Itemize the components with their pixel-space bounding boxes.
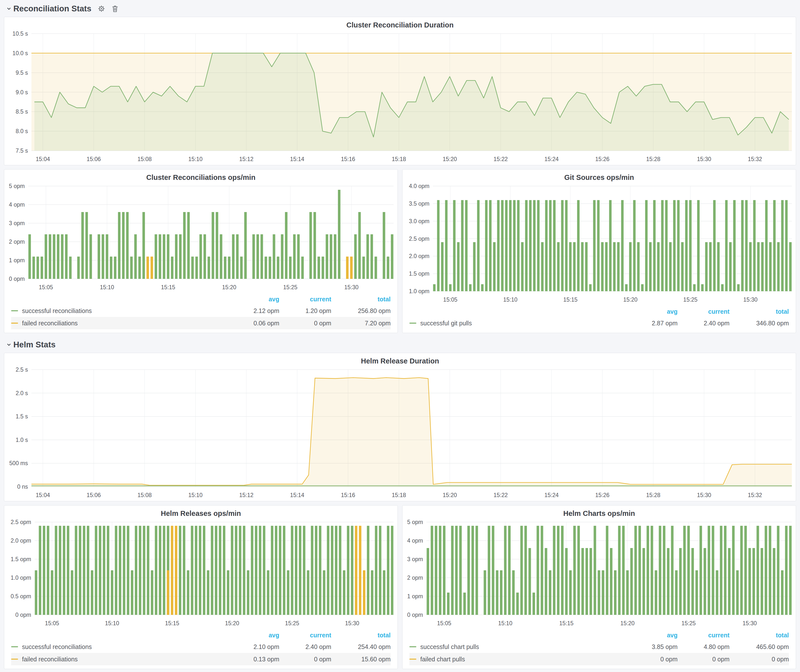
panel-title[interactable]: Helm Release Duration: [4, 353, 796, 366]
svg-text:15:26: 15:26: [595, 492, 610, 498]
svg-text:15:04: 15:04: [36, 492, 50, 498]
chart-helm-release-duration[interactable]: 15:0415:0615:0815:1015:1215:1415:1615:18…: [4, 366, 796, 501]
section-title: Reconciliation Stats: [13, 4, 91, 13]
legend-value-current: 0 opm: [279, 320, 331, 327]
trash-icon[interactable]: [112, 5, 118, 12]
legend-header-current[interactable]: current: [279, 632, 331, 639]
chart-helm-charts-opm[interactable]: 15:0515:1015:1515:2015:2515:300 opm1 opm…: [402, 518, 796, 629]
legend-label[interactable]: successful chart pulls: [420, 643, 628, 650]
legend-header-avg[interactable]: avg: [230, 632, 279, 639]
panel-title[interactable]: Cluster Reconciliation Duration: [4, 17, 796, 30]
panel-title[interactable]: Helm Charts ops/min: [402, 506, 796, 518]
svg-text:7.5 s: 7.5 s: [16, 147, 28, 154]
svg-text:2 opm: 2 opm: [407, 574, 423, 581]
svg-text:15:18: 15:18: [392, 156, 406, 162]
svg-text:2.5 s: 2.5 s: [16, 366, 28, 373]
legend-value-avg: 0.13 opm: [230, 656, 279, 663]
section-header-reconciliation-stats[interactable]: Reconciliation Stats: [4, 1, 796, 17]
chevron-down-icon[interactable]: [6, 342, 12, 348]
legend-helm-charts: avgcurrenttotalsuccessful chart pulls3.8…: [402, 629, 796, 669]
chart-cluster-reconciliations-opm[interactable]: 15:0515:1015:1515:2015:2515:300 opm1 opm…: [4, 182, 398, 293]
legend-value-current: 0 opm: [678, 656, 730, 663]
svg-text:15:22: 15:22: [493, 156, 508, 162]
svg-text:15:20: 15:20: [443, 492, 457, 498]
chart-canvas[interactable]: 15:0515:1015:1515:2015:2515:301.0 opm1.5…: [402, 182, 796, 306]
svg-text:15:12: 15:12: [239, 156, 254, 162]
svg-text:15:14: 15:14: [290, 492, 304, 498]
legend-label[interactable]: failed reconciliations: [22, 320, 230, 327]
legend-header-current[interactable]: current: [279, 296, 331, 303]
svg-text:15:10: 15:10: [503, 296, 517, 303]
chart-canvas[interactable]: 15:0515:1015:1515:2015:2515:300 opm1 opm…: [402, 518, 796, 629]
legend-header-total[interactable]: total: [331, 296, 390, 303]
svg-text:3.0 opm: 3.0 opm: [409, 218, 429, 224]
svg-text:15:04: 15:04: [36, 156, 50, 162]
legend-row: failed reconciliations0.06 opm0 opm7.20 …: [11, 317, 390, 329]
gear-icon[interactable]: [98, 5, 105, 12]
legend-label[interactable]: successful reconciliations: [22, 643, 230, 650]
svg-text:15:25: 15:25: [285, 620, 299, 626]
svg-text:15:16: 15:16: [341, 156, 355, 162]
svg-text:15:15: 15:15: [161, 284, 175, 290]
series-color-dash: [410, 323, 416, 324]
svg-text:15:05: 15:05: [443, 296, 458, 303]
svg-text:0 opm: 0 opm: [9, 276, 25, 282]
panel-cluster-reconciliations-opm: Cluster Reconciliations ops/min 15:0515:…: [4, 169, 398, 333]
chart-canvas[interactable]: 15:0515:1015:1515:2015:2515:300 opm1 opm…: [4, 182, 398, 293]
legend-label[interactable]: successful git pulls: [420, 320, 628, 327]
legend-header-current[interactable]: current: [678, 632, 730, 639]
svg-text:15:15: 15:15: [559, 620, 574, 626]
svg-text:15:08: 15:08: [138, 156, 152, 162]
legend-value-current: 2.40 opm: [279, 643, 331, 650]
svg-text:15:15: 15:15: [563, 296, 578, 303]
legend-header-total[interactable]: total: [331, 632, 390, 639]
legend-header-total[interactable]: total: [730, 632, 789, 639]
svg-text:0.5 opm: 0.5 opm: [11, 593, 31, 600]
chart-cluster-reconciliation-duration[interactable]: 15:0415:0615:0815:1015:1215:1415:1615:18…: [4, 30, 796, 165]
svg-text:15:26: 15:26: [595, 156, 610, 162]
legend-header-avg[interactable]: avg: [628, 632, 678, 639]
legend-value-current: 4.80 opm: [678, 643, 730, 650]
chevron-down-icon[interactable]: [6, 6, 12, 12]
dashboard: Reconciliation Stats Cluster Reconciliat…: [0, 0, 800, 672]
svg-text:8.0 s: 8.0 s: [16, 128, 28, 134]
svg-text:15:18: 15:18: [392, 492, 406, 498]
chart-git-sources-opm[interactable]: 15:0515:1015:1515:2015:2515:301.0 opm1.5…: [402, 182, 796, 306]
chart-canvas[interactable]: 15:0415:0615:0815:1015:1215:1415:1615:18…: [4, 30, 796, 165]
legend-value-avg: 0.06 opm: [230, 320, 279, 327]
legend-value-total: 346.80 opm: [730, 320, 789, 327]
legend-label[interactable]: failed reconciliations: [22, 656, 230, 663]
svg-text:15:25: 15:25: [683, 296, 698, 303]
legend-git-sources: avgcurrenttotalsuccessful git pulls2.87 …: [402, 306, 796, 333]
svg-text:15:30: 15:30: [697, 492, 712, 498]
chart-helm-releases-opm[interactable]: 15:0515:1015:1515:2015:2515:300 opm0.5 o…: [4, 518, 398, 629]
legend-header-avg[interactable]: avg: [628, 308, 678, 315]
legend-label[interactable]: failed chart pulls: [420, 656, 628, 663]
svg-text:15:22: 15:22: [493, 492, 508, 498]
legend-header-avg[interactable]: avg: [230, 296, 279, 303]
legend-label[interactable]: successful reconciliations: [22, 307, 230, 314]
legend-row: successful chart pulls3.85 opm4.80 opm46…: [410, 641, 789, 653]
svg-text:1.5 opm: 1.5 opm: [409, 270, 429, 277]
legend-header-total[interactable]: total: [730, 308, 789, 315]
legend-value-current: 0 opm: [279, 656, 331, 663]
svg-text:15:06: 15:06: [86, 156, 101, 162]
chart-canvas[interactable]: 15:0515:1015:1515:2015:2515:300 opm0.5 o…: [4, 518, 398, 629]
legend-value-total: 256.80 opm: [331, 307, 390, 314]
svg-text:15:24: 15:24: [544, 492, 559, 498]
panel-title[interactable]: Git Sources ops/min: [402, 170, 796, 182]
svg-text:2.5 opm: 2.5 opm: [409, 235, 429, 242]
svg-text:15:06: 15:06: [86, 492, 101, 498]
legend-header-current[interactable]: current: [678, 308, 730, 315]
chart-canvas[interactable]: 15:0415:0615:0815:1015:1215:1415:1615:18…: [4, 366, 796, 501]
panel-title[interactable]: Helm Releases ops/min: [4, 506, 398, 518]
panel-title[interactable]: Cluster Reconciliations ops/min: [4, 170, 398, 182]
legend-row: successful reconciliations2.10 opm2.40 o…: [11, 641, 390, 653]
svg-text:15:30: 15:30: [697, 156, 712, 162]
svg-text:15:30: 15:30: [742, 620, 757, 626]
legend-value-avg: 2.12 opm: [230, 307, 279, 314]
svg-text:500 ms: 500 ms: [10, 460, 28, 466]
svg-text:1.0 opm: 1.0 opm: [409, 288, 429, 294]
section-header-helm-stats[interactable]: Helm Stats: [4, 337, 796, 353]
svg-text:15:25: 15:25: [682, 620, 696, 626]
